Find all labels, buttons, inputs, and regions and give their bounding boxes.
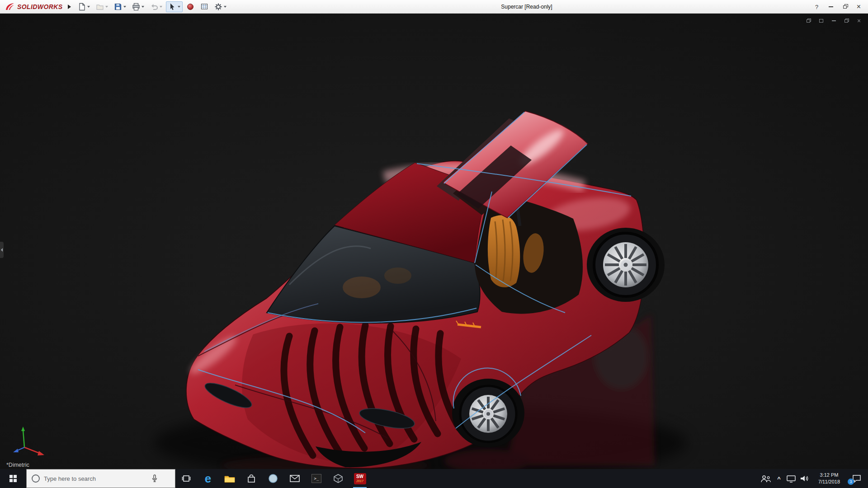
help-button[interactable]: ?	[810, 1, 823, 13]
minimize-button[interactable]	[824, 1, 837, 13]
menu-flyout-button[interactable]	[68, 5, 71, 9]
mail-icon	[290, 475, 300, 482]
new-document-icon	[78, 3, 86, 11]
circle-app-icon	[268, 474, 278, 483]
new-document-button[interactable]	[75, 1, 92, 12]
volume-button[interactable]	[797, 469, 811, 488]
undo-button[interactable]	[148, 1, 165, 12]
select-cursor-icon	[168, 3, 176, 11]
save-icon	[114, 3, 122, 11]
store-button[interactable]	[241, 469, 262, 488]
clock[interactable]: 3:12 PM 7/11/2018	[811, 469, 847, 488]
select-tool-button[interactable]	[166, 1, 183, 12]
windows-logo-icon	[9, 475, 17, 482]
print-button[interactable]	[130, 1, 146, 12]
new-window-button[interactable]	[816, 17, 826, 24]
notification-badge: 3	[848, 479, 854, 485]
chevron-left-icon	[1, 248, 3, 252]
graphics-area[interactable]: × *Dimetric	[0, 14, 868, 469]
cad-viewer-button[interactable]	[327, 469, 349, 488]
gear-icon	[214, 3, 222, 11]
hidden-icons-button[interactable]: ^	[773, 469, 785, 488]
task-view-icon	[182, 475, 191, 482]
tray-time: 3:12 PM	[818, 472, 840, 479]
solidworks-app-icon: SW 2017	[354, 473, 366, 484]
solidworks-window: SOLIDWORKS	[0, 0, 868, 488]
cube-icon	[333, 474, 343, 483]
edge-browser-button[interactable]: e	[197, 469, 219, 488]
network-button[interactable]	[785, 469, 797, 488]
z-axis	[13, 447, 24, 452]
people-button[interactable]	[759, 469, 773, 488]
maximize-button[interactable]	[838, 1, 851, 13]
dropdown-arrow-icon[interactable]	[105, 6, 108, 8]
file-explorer-button[interactable]	[219, 469, 241, 488]
y-axis	[21, 427, 25, 447]
doc-minimize-button[interactable]	[829, 17, 838, 24]
people-icon	[760, 475, 771, 483]
solidworks-app-button[interactable]: SW 2017	[349, 469, 371, 488]
3d-scene[interactable]	[0, 14, 868, 469]
cascade-window-button[interactable]	[804, 17, 813, 24]
quick-access-toolbar	[75, 1, 229, 12]
dropdown-arrow-icon[interactable]	[178, 6, 180, 8]
dropdown-arrow-icon[interactable]	[87, 6, 90, 8]
coordinate-triad	[9, 421, 50, 462]
tray-date: 7/11/2018	[818, 479, 840, 485]
save-button[interactable]	[112, 1, 128, 12]
cortana-icon	[31, 474, 40, 483]
print-icon	[132, 3, 140, 11]
feature-panel-collapse-handle[interactable]	[0, 242, 4, 258]
x-axis	[24, 447, 44, 455]
solidworks-logo: SOLIDWORKS	[0, 2, 65, 11]
mail-app-button[interactable]	[284, 469, 306, 488]
search-box[interactable]	[26, 469, 175, 488]
appearance-sphere-icon	[186, 3, 194, 11]
doc-close-button[interactable]: ×	[854, 17, 863, 24]
document-window-controls: ×	[804, 17, 863, 24]
doc-restore-button[interactable]	[842, 17, 851, 24]
close-button[interactable]: ×	[852, 1, 865, 13]
window-controls: ? ×	[810, 0, 865, 14]
titlebar: SOLIDWORKS	[0, 0, 868, 14]
front-wheel[interactable]	[460, 386, 516, 442]
logo-text: SOLIDWORKS	[17, 3, 62, 10]
dropdown-arrow-icon[interactable]	[123, 6, 126, 8]
folder-icon	[224, 474, 235, 483]
view-orientation-label: *Dimetric	[6, 462, 29, 468]
dropdown-arrow-icon[interactable]	[224, 6, 226, 8]
start-button[interactable]	[0, 469, 26, 488]
speaker-icon	[800, 475, 809, 482]
network-icon	[787, 475, 796, 483]
system-tray: ^ 3:12 PM 7/11/2018	[759, 469, 868, 488]
windows-taskbar: e >_	[0, 469, 868, 488]
open-document-icon	[96, 3, 104, 11]
command-prompt-button[interactable]: >_	[306, 469, 327, 488]
design-table-button[interactable]	[198, 1, 211, 12]
edge-icon: e	[205, 473, 211, 484]
ds-logo-icon	[5, 2, 15, 11]
store-bag-icon	[247, 474, 256, 483]
command-prompt-icon: >_	[311, 474, 321, 483]
task-view-button[interactable]	[175, 469, 197, 488]
dropdown-arrow-icon[interactable]	[142, 6, 144, 8]
rear-wheel[interactable]	[594, 233, 657, 296]
search-input[interactable]	[44, 475, 148, 482]
document-title: Supercar [Read-only]	[501, 0, 552, 14]
action-center-button[interactable]: 3	[847, 469, 866, 488]
options-button[interactable]	[212, 1, 229, 12]
microphone-icon[interactable]	[151, 474, 158, 483]
dropdown-arrow-icon[interactable]	[160, 6, 162, 8]
edit-appearance-button[interactable]	[184, 1, 197, 12]
design-table-icon	[200, 3, 208, 11]
photos-app-button[interactable]	[262, 469, 284, 488]
undo-icon	[150, 3, 158, 11]
open-document-button[interactable]	[94, 1, 110, 12]
